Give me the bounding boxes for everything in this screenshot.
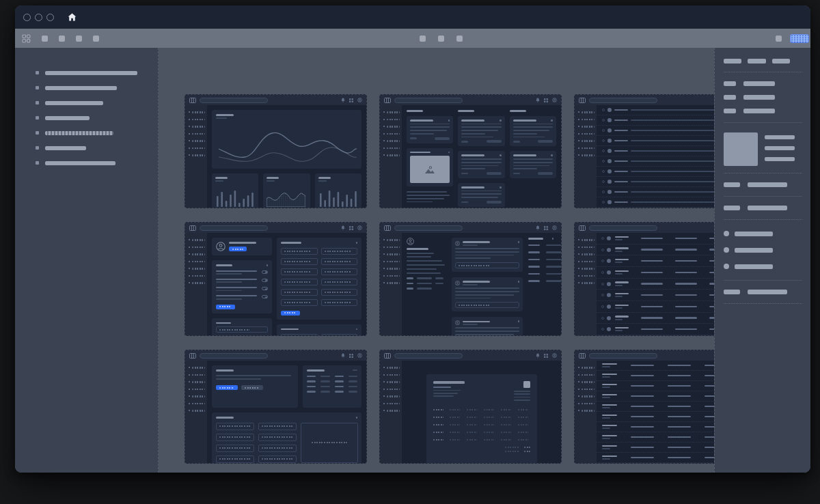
user-avatar[interactable] (790, 34, 809, 43)
mini-bullet (189, 111, 190, 113)
skeleton-dashed-bar (219, 436, 251, 438)
skeleton-dashed-bar (192, 282, 205, 284)
toolbar-icon-4[interactable] (93, 36, 99, 42)
avatar-icon (607, 305, 611, 309)
skeleton-dashed-bar (582, 381, 594, 383)
search-input (394, 98, 463, 103)
sidebar-item-5[interactable] (15, 130, 158, 135)
mini-chart-panel (315, 173, 361, 208)
avatar-icon (607, 108, 612, 112)
avatar-icon (607, 159, 612, 163)
mini-bullet (383, 403, 385, 404)
bullet-row[interactable] (724, 264, 802, 269)
skeleton-bar (461, 191, 501, 192)
skeleton-dashed-bar (518, 424, 528, 425)
bell-icon (536, 353, 540, 358)
skeleton-bar (216, 270, 257, 272)
mini-sidebar-item (189, 268, 207, 270)
toolbar-icon-1[interactable] (42, 36, 48, 42)
mini-browser-header (185, 350, 366, 361)
sidebar-item-2[interactable] (15, 85, 158, 90)
skeleton-dashed-bar (192, 403, 205, 405)
window-control[interactable] (46, 14, 54, 21)
panel-tab-1[interactable] (724, 59, 741, 64)
name-stack (602, 394, 617, 398)
mini-sidebar-item (383, 247, 402, 249)
skeleton-bar (216, 369, 234, 372)
bullet-row[interactable] (724, 231, 802, 236)
skeleton-bar (614, 150, 628, 152)
bell-icon (341, 98, 345, 102)
panel-tab-2[interactable] (748, 59, 766, 64)
bullet-row[interactable] (724, 247, 802, 253)
mini-bullet (383, 119, 385, 120)
toolbar-icon-5[interactable] (420, 36, 426, 42)
skeleton-bar (410, 133, 434, 135)
mini-sidebar (185, 361, 207, 463)
skeleton-dashed-bar (582, 239, 594, 241)
sidebar-item-1[interactable] (15, 70, 158, 75)
skeleton-bar (410, 124, 450, 125)
mini-sidebar-item (189, 282, 207, 284)
toolbar-icon-8[interactable] (776, 36, 782, 42)
skeleton-bar (602, 417, 610, 419)
skeleton-dashed-bar (582, 261, 594, 263)
mini-sidebar-item (189, 133, 207, 135)
bell-icon (536, 98, 540, 102)
sidebar-item-label (45, 131, 113, 135)
toolbar-icon-7[interactable] (456, 36, 463, 42)
invoice-document-thumbnail[interactable] (379, 350, 562, 464)
name-stack (615, 236, 629, 241)
post-avatar-icon (455, 281, 460, 285)
mini-bullet (189, 239, 190, 240)
checkbox-icon (601, 305, 604, 308)
line-chart-panel (212, 110, 361, 169)
app-logo-icon[interactable] (22, 34, 31, 43)
kanban-board-thumbnail[interactable] (379, 94, 562, 208)
settings-page-thumbnail[interactable] (184, 222, 367, 336)
text-bar (765, 157, 795, 161)
mini-sidebar-item (383, 367, 402, 369)
skeleton-bar (215, 180, 223, 182)
grid-icon (544, 226, 548, 230)
window-control[interactable] (23, 14, 31, 21)
toolbar-icon-2[interactable] (59, 36, 65, 42)
mini-bullet (578, 403, 579, 404)
skeleton-bar (615, 316, 629, 318)
skeleton-bar (433, 387, 451, 388)
skeleton-bar (675, 272, 697, 274)
sidebar-item-6[interactable] (15, 145, 158, 150)
panel-tab-3[interactable] (772, 59, 790, 64)
sidebar-item-3[interactable] (15, 100, 158, 105)
more-icon (500, 186, 502, 188)
window-control[interactable] (35, 14, 42, 21)
skeleton-dashed-bar (501, 439, 511, 440)
label-value-row (724, 290, 802, 294)
mini-sidebar-item (383, 410, 402, 412)
social-feed-thumbnail[interactable] (379, 222, 562, 336)
skeleton-dashed-bar (387, 282, 400, 284)
stat-bar (335, 376, 344, 378)
mini-sidebar-item (578, 275, 597, 277)
toolbar-icon-6[interactable] (438, 36, 444, 42)
skeleton-dashed-bar (433, 409, 443, 410)
toolbar-icon-3[interactable] (76, 36, 82, 42)
skeleton-bar (461, 197, 498, 198)
skeleton-dashed-bar (582, 374, 594, 376)
form-page-thumbnail[interactable] (184, 350, 367, 464)
skeleton-bar (216, 375, 291, 376)
form-body (216, 423, 357, 464)
home-icon[interactable] (68, 13, 77, 21)
skeleton-bar (216, 287, 257, 288)
mini-bullet (383, 381, 385, 382)
sidebar-item-7[interactable] (15, 160, 158, 165)
mini-browser-body (185, 361, 366, 463)
stat-bar (335, 391, 344, 393)
sidebar-item-4[interactable] (15, 115, 158, 120)
value-bar (743, 95, 775, 100)
skeleton-bar (602, 387, 610, 388)
analytics-dashboard-thumbnail[interactable] (184, 94, 367, 208)
value-bar (748, 290, 787, 294)
input-grid (281, 248, 357, 306)
skeleton-dashed-bar (467, 439, 477, 440)
